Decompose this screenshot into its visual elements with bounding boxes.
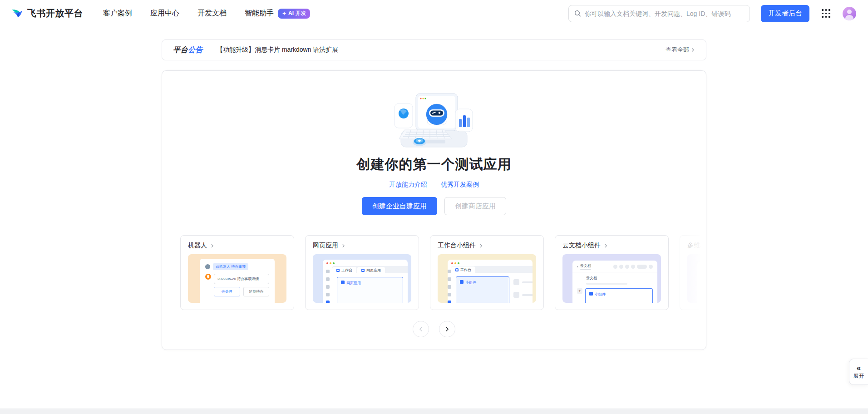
feishu-logo-icon — [11, 7, 23, 20]
hero-title: 创建你的第一个测试应用 — [162, 155, 706, 174]
bottom-edge-strip — [0, 409, 868, 414]
platform-announcement-banner[interactable]: 平台公告 【功能升级】消息卡片 markdown 语法扩展 查看全部 — [162, 39, 706, 60]
hero-illustration — [391, 91, 477, 149]
chevron-right-icon — [210, 244, 214, 248]
carousel-next-button[interactable] — [439, 321, 455, 337]
topbar-right-cluster: 开发者后台 — [568, 5, 856, 22]
hero-links: 开放能力介绍 优秀开发案例 — [162, 181, 706, 189]
link-open-capabilities[interactable]: 开放能力介绍 — [389, 181, 427, 189]
card-docs-thumbnail: ‹ 云文档 云文档 + — [562, 254, 661, 303]
nav-item-dev-docs[interactable]: 开发文档 — [197, 9, 227, 18]
user-avatar[interactable] — [843, 7, 856, 20]
expand-label: 展开 — [853, 372, 864, 380]
chevron-right-icon — [444, 326, 450, 332]
ai-dev-badge: ✦ AI 开发 — [278, 9, 310, 19]
announcement-message[interactable]: 【功能升级】消息卡片 markdown 语法扩展 — [217, 46, 338, 54]
brand-title: 飞书开放平台 — [27, 7, 83, 20]
page-content: 平台公告 【功能升级】消息卡片 markdown 语法扩展 查看全部 — [0, 27, 868, 350]
brand-logo[interactable]: 飞书开放平台 — [11, 7, 83, 20]
card-bot-thumbnail: @机器人 待办事项 2022-05-20 待办事项详情 去处理 延期待办 — [188, 254, 286, 303]
expand-side-panel-button[interactable]: « 展开 — [849, 359, 868, 385]
app-launcher-icon[interactable] — [822, 9, 830, 18]
mock-action-secondary: 延期待办 — [243, 287, 270, 296]
main-nav: 客户案例 应用中心 开发文档 智能助手 ✦ AI 开发 — [103, 9, 310, 19]
mock-bot-icon — [205, 274, 211, 280]
double-chevron-left-icon: « — [857, 364, 861, 372]
card-web-title: 网页应用 — [313, 242, 338, 250]
avatar-person-icon — [847, 10, 852, 14]
carousel-prev-button[interactable] — [413, 321, 429, 337]
card-docs-title: 云文档小组件 — [562, 242, 601, 250]
card-bitable-plugin[interactable]: 多维表格插件 ‹ 多维表格 — [680, 235, 706, 310]
card-bot-title: 机器人 — [188, 242, 207, 250]
nav-item-app-center[interactable]: 应用中心 — [150, 9, 179, 18]
search-icon — [574, 10, 581, 17]
nav-item-customer-cases[interactable]: 客户案例 — [103, 9, 132, 18]
card-workbench-widget[interactable]: 工作台小组件 工作台 — [430, 235, 544, 310]
search-input[interactable] — [585, 10, 744, 17]
view-all-link[interactable]: 查看全部 — [666, 46, 695, 54]
chevron-left-icon — [418, 326, 424, 332]
card-bot[interactable]: 机器人 @机器人 待办事项 — [180, 235, 294, 310]
create-first-app-panel: 创建你的第一个测试应用 开放能力介绍 优秀开发案例 创建企业自建应用 创建商店应… — [162, 70, 706, 350]
developer-console-button[interactable]: 开发者后台 — [761, 5, 809, 22]
card-web-thumbnail: 工作台 网页应用 网页应用 — [313, 254, 411, 303]
link-dev-cases[interactable]: 优秀开发案例 — [441, 181, 479, 189]
mock-action-primary: 去处理 — [214, 287, 240, 296]
mock-plus-icon: + — [577, 288, 582, 294]
top-navigation-bar: 飞书开放平台 客户案例 应用中心 开发文档 智能助手 ✦ AI 开发 开发者后台 — [0, 0, 868, 27]
card-docs-widget[interactable]: 云文档小组件 ‹ 云文档 — [555, 235, 669, 310]
mock-todo-text: 2022-05-20 待办事项详情 — [214, 274, 269, 284]
global-search[interactable] — [568, 5, 750, 22]
card-workbench-title: 工作台小组件 — [438, 242, 476, 250]
chevron-right-icon — [604, 244, 608, 248]
nav-item-ai-label: 智能助手 — [245, 9, 274, 18]
mock-mention-pill: @机器人 待办事项 — [213, 263, 248, 270]
card-web-app[interactable]: 网页应用 工作台 — [305, 235, 419, 310]
chevron-right-icon — [479, 244, 483, 248]
chevron-right-icon — [690, 48, 695, 52]
announcement-label: 平台公告 — [173, 45, 203, 55]
capability-cards-row: 机器人 @机器人 待办事项 — [162, 235, 706, 310]
create-custom-app-button[interactable]: 创建企业自建应用 — [362, 197, 437, 215]
chevron-right-icon — [341, 244, 345, 248]
card-bitable-thumbnail: ‹ 多维表格 — [687, 254, 706, 303]
hero-buttons: 创建企业自建应用 创建商店应用 — [162, 197, 706, 215]
card-workbench-thumbnail: 工作台 小组件 — [438, 254, 536, 303]
carousel-controls — [162, 321, 706, 337]
nav-item-ai-assistant[interactable]: 智能助手 ✦ AI 开发 — [245, 9, 310, 19]
create-store-app-button[interactable]: 创建商店应用 — [444, 197, 506, 215]
card-bitable-title: 多维表格插件 — [687, 242, 706, 250]
sparkle-icon: ✦ — [282, 10, 286, 17]
ai-badge-label: AI 开发 — [288, 10, 306, 17]
mock-user-avatar — [205, 264, 210, 269]
